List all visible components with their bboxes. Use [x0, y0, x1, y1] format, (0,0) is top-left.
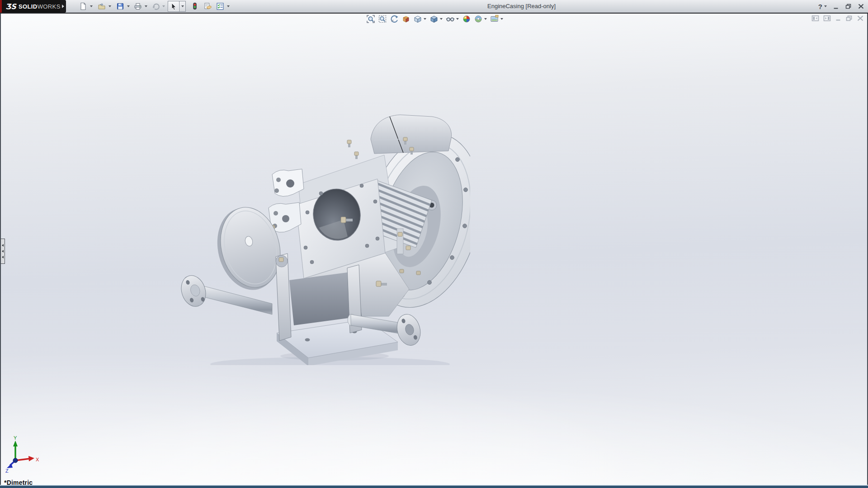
cursor-arrow-icon: [170, 3, 177, 10]
options-checklist-icon: [216, 2, 224, 10]
edit-appearance-button[interactable]: [461, 14, 472, 24]
minimize-button[interactable]: [833, 3, 839, 9]
dropdown-arrow-icon: [227, 5, 230, 7]
z-axis-label: Z: [5, 468, 9, 473]
dropdown-arrow-icon: [108, 5, 111, 7]
menu-expand-button[interactable]: [60, 0, 66, 13]
section-view-button[interactable]: [401, 14, 411, 24]
solidworks-3s-icon: ƷS: [5, 2, 16, 11]
hide-show-items-button[interactable]: [445, 14, 455, 24]
new-document-button[interactable]: [78, 1, 89, 12]
appearance-ball-icon: [462, 14, 471, 23]
left-pane-icon: [811, 15, 819, 22]
undo-button[interactable]: [150, 1, 161, 12]
restore-icon: [845, 15, 853, 22]
chevron-right-icon: [62, 5, 64, 8]
solidworks-window: { "window": { "title": "EngineCasing [Re…: [0, 0, 868, 488]
graphics-area[interactable]: Y X Z *Dimetric: [1, 14, 867, 485]
new-document-dropdown[interactable]: [89, 1, 94, 12]
print-dropdown[interactable]: [143, 1, 148, 12]
select-tool-button[interactable]: [168, 1, 179, 12]
zoom-to-fit-icon: [366, 14, 375, 23]
dropdown-arrow-icon: [456, 18, 459, 20]
dropdown-arrow-icon: [90, 5, 93, 7]
help-button[interactable]: ?: [818, 3, 827, 10]
solidworks-logo: ƷS SOLIDWORKS: [0, 0, 60, 13]
y-axis-label: Y: [14, 435, 17, 441]
options-button[interactable]: [215, 1, 226, 12]
traffic-light-icon: [191, 2, 199, 10]
dropdown-arrow-icon: [127, 5, 130, 7]
minimize-icon: [835, 15, 841, 22]
file-properties-button[interactable]: [202, 1, 213, 12]
headsup-view-toolbar: [365, 14, 504, 24]
view-settings-dropdown[interactable]: [500, 14, 504, 24]
engine-casing-model[interactable]: [172, 112, 470, 365]
previous-view-button[interactable]: [389, 14, 399, 24]
minimize-document-button[interactable]: [835, 15, 841, 22]
restore-button[interactable]: [845, 3, 852, 9]
dropdown-arrow-icon: [424, 18, 426, 20]
main-toolbar: [78, 0, 231, 13]
open-folder-icon: [98, 2, 106, 10]
close-button[interactable]: [858, 3, 864, 9]
window-bottom-border: [0, 485, 868, 488]
view-orientation-label: *Dimetric: [4, 479, 33, 485]
save-button[interactable]: [115, 1, 126, 12]
open-button[interactable]: [96, 1, 107, 12]
undo-dropdown[interactable]: [161, 1, 166, 12]
close-icon: [857, 15, 864, 22]
select-tool-dropdown[interactable]: [179, 1, 186, 12]
eyeglasses-icon: [446, 14, 455, 23]
x-axis-label: X: [36, 457, 39, 462]
view-settings-icon: [490, 14, 499, 23]
close-document-button[interactable]: [857, 15, 864, 22]
zoom-to-area-icon: [378, 14, 387, 23]
restore-document-button[interactable]: [845, 15, 853, 22]
display-style-cube-icon: [429, 14, 439, 23]
open-dropdown[interactable]: [107, 1, 112, 12]
brand-name-bold: SOLID: [19, 3, 38, 10]
display-style-button[interactable]: [429, 14, 439, 24]
new-document-icon: [79, 2, 87, 10]
dropdown-arrow-icon: [181, 5, 184, 7]
select-tool-group: [168, 1, 186, 12]
options-dropdown[interactable]: [226, 1, 231, 12]
rebuild-button[interactable]: [189, 1, 200, 12]
hide-show-items-dropdown[interactable]: [455, 14, 460, 24]
view-orientation-dropdown[interactable]: [423, 14, 427, 24]
document-window-controls: [811, 15, 864, 22]
restore-icon: [845, 3, 852, 9]
window-controls: ?: [818, 0, 864, 13]
featuremanager-collapsed-tab[interactable]: [1, 239, 5, 264]
view-settings-button[interactable]: [489, 14, 500, 24]
right-pane-icon: [823, 15, 831, 22]
display-style-dropdown[interactable]: [439, 14, 443, 24]
apply-scene-dropdown[interactable]: [483, 14, 488, 24]
close-icon: [858, 3, 864, 9]
previous-view-icon: [390, 14, 399, 23]
dropdown-arrow-icon: [824, 5, 827, 7]
dropdown-arrow-icon: [440, 18, 443, 20]
view-orientation-cube-icon: [413, 14, 422, 23]
apply-scene-button[interactable]: [473, 14, 483, 24]
section-view-icon: [401, 14, 410, 23]
view-orientation-button[interactable]: [412, 14, 423, 24]
zoom-to-area-button[interactable]: [377, 14, 387, 24]
dropdown-arrow-icon: [500, 18, 503, 20]
minimize-icon: [833, 3, 839, 9]
print-button[interactable]: [132, 1, 143, 12]
titlebar: ƷS SOLIDWORKS: [0, 0, 868, 14]
brand-name-light: WORKS: [38, 3, 61, 10]
help-icon: ?: [818, 3, 822, 10]
collapse-right-pane-button[interactable]: [823, 15, 831, 22]
chevron-left-icon: [2, 250, 4, 253]
orientation-triad: Y X Z: [3, 435, 41, 473]
save-dropdown[interactable]: [126, 1, 131, 12]
printer-icon: [134, 2, 142, 10]
collapse-left-pane-button[interactable]: [811, 15, 819, 22]
apply-scene-icon: [474, 14, 483, 23]
undo-arrow-icon: [151, 2, 160, 10]
zoom-to-fit-button[interactable]: [365, 14, 376, 24]
file-properties-icon: [203, 2, 212, 10]
